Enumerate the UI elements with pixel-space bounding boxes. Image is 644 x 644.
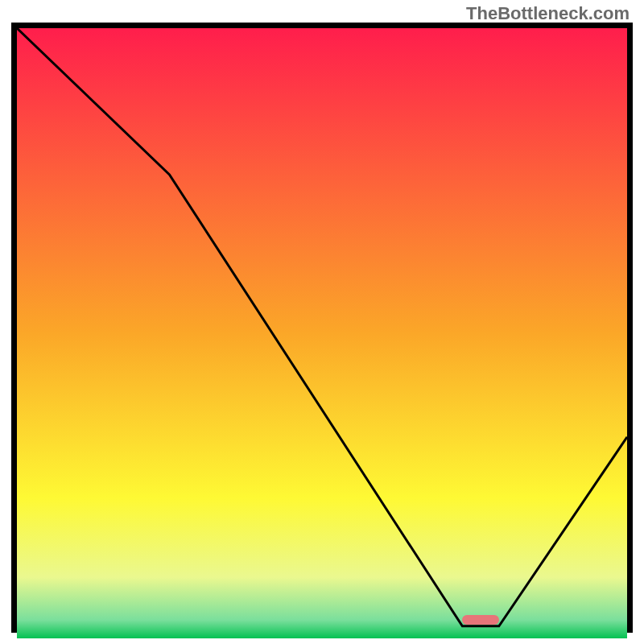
optimal-zone-marker — [462, 615, 498, 625]
watermark-text: TheBottleneck.com — [466, 3, 630, 24]
chart-curve — [17, 28, 627, 638]
chart-frame — [11, 23, 633, 633]
